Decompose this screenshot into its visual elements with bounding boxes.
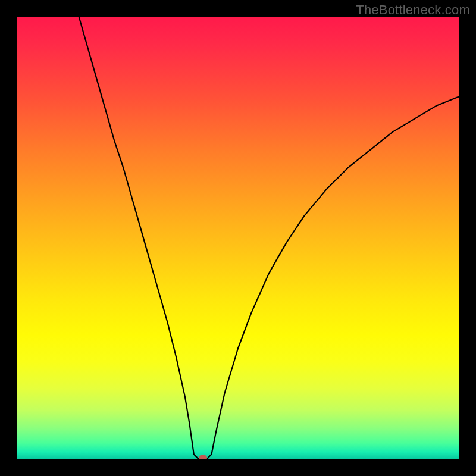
watermark-text: TheBottleneck.com [356,2,470,18]
optimum-marker [199,455,207,459]
curve-svg [17,17,459,459]
plot-area [17,17,459,459]
bottleneck-curve [79,17,459,459]
chart-frame: TheBottleneck.com [0,0,476,476]
